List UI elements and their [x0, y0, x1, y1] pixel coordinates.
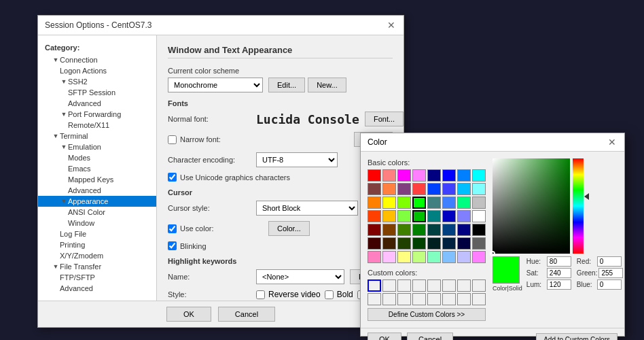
basic-color-cell[interactable] [457, 237, 471, 250]
basic-color-cell[interactable] [412, 183, 426, 195]
sidebar-item-advanced-ssh[interactable]: Advanced [38, 98, 156, 109]
basic-color-cell[interactable] [412, 169, 426, 182]
sidebar-item-logon-actions[interactable]: Logon Actions [38, 65, 156, 76]
basic-color-cell[interactable] [382, 210, 396, 222]
basic-color-cell[interactable] [472, 183, 486, 195]
basic-color-cell[interactable] [457, 251, 471, 263]
dialog-close-button[interactable]: ✕ [386, 20, 397, 31]
basic-color-cell[interactable] [427, 210, 441, 222]
ok-button[interactable]: OK [166, 307, 211, 322]
new-color-scheme-button[interactable]: New... [308, 78, 346, 92]
basic-color-cell[interactable] [412, 224, 426, 236]
custom-color-cell[interactable] [382, 293, 396, 305]
basic-color-cell[interactable] [442, 224, 456, 236]
custom-color-cell[interactable] [397, 293, 411, 305]
red-input[interactable] [597, 256, 622, 267]
basic-color-cell[interactable] [382, 169, 396, 182]
define-custom-colors-button[interactable]: Define Custom Colors >> [368, 308, 486, 321]
custom-color-cell[interactable] [412, 279, 426, 292]
sidebar-item-remote-x11[interactable]: Remote/X11 [38, 120, 156, 131]
hue-slider[interactable] [573, 158, 584, 254]
custom-color-cell[interactable] [368, 279, 381, 292]
basic-color-cell[interactable] [442, 251, 456, 263]
basic-color-cell[interactable] [382, 224, 396, 236]
sidebar-item-terminal[interactable]: ▼ Terminal [38, 131, 156, 141]
sidebar-item-mapped-keys[interactable]: Mapped Keys [38, 174, 156, 185]
basic-color-cell[interactable] [368, 251, 381, 263]
add-to-custom-colors-button[interactable]: Add to Custom Colors [536, 333, 618, 341]
hue-input[interactable] [547, 256, 571, 267]
custom-color-cell[interactable] [368, 293, 381, 305]
basic-color-cell[interactable] [427, 224, 441, 236]
custom-color-cell[interactable] [457, 279, 471, 292]
basic-color-cell[interactable] [368, 169, 381, 182]
basic-color-cell[interactable] [412, 251, 426, 263]
custom-color-cell[interactable] [397, 279, 411, 292]
sidebar-item-ftp-sftp[interactable]: FTP/SFTP [38, 272, 156, 283]
sidebar-item-modes[interactable]: Modes [38, 152, 156, 163]
basic-color-cell[interactable] [397, 197, 411, 209]
basic-color-cell[interactable] [368, 183, 381, 195]
basic-color-cell[interactable] [397, 183, 411, 195]
basic-color-cell[interactable] [457, 210, 471, 222]
custom-color-cell[interactable] [442, 293, 456, 305]
basic-color-cell[interactable] [457, 197, 471, 209]
sidebar-item-emacs[interactable]: Emacs [38, 163, 156, 174]
sidebar-item-connection[interactable]: ▼ Connection [38, 54, 156, 65]
sidebar-item-sftp-session[interactable]: SFTP Session [38, 87, 156, 98]
color-cancel-button[interactable]: Cancel [407, 333, 453, 340]
narrow-font-checkbox[interactable] [168, 135, 177, 144]
basic-color-cell[interactable] [397, 210, 411, 222]
cursor-style-select[interactable]: Short Block [256, 201, 358, 216]
basic-color-cell[interactable] [427, 197, 441, 209]
basic-color-cell[interactable] [427, 251, 441, 263]
basic-color-cell[interactable] [382, 251, 396, 263]
sat-input[interactable] [547, 268, 571, 278]
basic-color-cell[interactable] [472, 237, 486, 250]
sidebar-item-window[interactable]: Window [38, 218, 156, 228]
basic-color-cell[interactable] [442, 183, 456, 195]
custom-color-cell[interactable] [472, 279, 486, 292]
sidebar-item-ssh2[interactable]: ▼ SSH2 [38, 76, 156, 87]
basic-color-cell[interactable] [442, 197, 456, 209]
use-color-checkbox[interactable] [168, 224, 177, 233]
sidebar-item-appearance[interactable]: ▼ Appearance [38, 196, 156, 207]
basic-color-cell[interactable] [472, 224, 486, 236]
blinking-checkbox[interactable] [168, 241, 177, 250]
unicode-checkbox[interactable] [168, 173, 177, 182]
basic-color-cell[interactable] [382, 237, 396, 250]
sidebar-item-file-transfer[interactable]: ▼ File Transfer [38, 261, 156, 272]
encoding-select[interactable]: UTF-8 [256, 152, 338, 167]
basic-color-cell[interactable] [472, 169, 486, 182]
basic-color-cell[interactable] [457, 224, 471, 236]
blue-input[interactable] [597, 279, 622, 290]
lum-input[interactable] [547, 279, 571, 290]
sidebar-item-advanced-ft[interactable]: Advanced [38, 283, 156, 294]
basic-color-cell[interactable] [368, 210, 381, 222]
basic-color-cell[interactable] [412, 197, 426, 209]
reverse-video-checkbox[interactable] [256, 290, 265, 299]
custom-color-cell[interactable] [427, 279, 441, 292]
basic-color-cell[interactable] [457, 183, 471, 195]
basic-color-cell[interactable] [427, 183, 441, 195]
sidebar-item-printing[interactable]: Printing [38, 239, 156, 250]
sidebar-item-ansi-color[interactable]: ANSI Color [38, 207, 156, 218]
sidebar-item-advanced-terminal[interactable]: Advanced [38, 185, 156, 196]
color-dialog-close-button[interactable]: ✕ [607, 137, 618, 148]
cancel-button[interactable]: Cancel [218, 307, 275, 322]
basic-color-cell[interactable] [397, 169, 411, 182]
custom-color-cell[interactable] [457, 293, 471, 305]
basic-color-cell[interactable] [442, 169, 456, 182]
basic-color-cell[interactable] [368, 224, 381, 236]
basic-color-cell[interactable] [412, 210, 426, 222]
sidebar-item-log-file[interactable]: Log File [38, 228, 156, 239]
basic-color-cell[interactable] [397, 224, 411, 236]
custom-color-cell[interactable] [472, 293, 486, 305]
basic-color-cell[interactable] [397, 251, 411, 263]
basic-color-cell[interactable] [397, 237, 411, 250]
basic-color-cell[interactable] [472, 210, 486, 222]
color-button[interactable]: Color... [268, 221, 310, 236]
basic-color-cell[interactable] [382, 197, 396, 209]
custom-color-cell[interactable] [412, 293, 426, 305]
basic-color-cell[interactable] [442, 210, 456, 222]
